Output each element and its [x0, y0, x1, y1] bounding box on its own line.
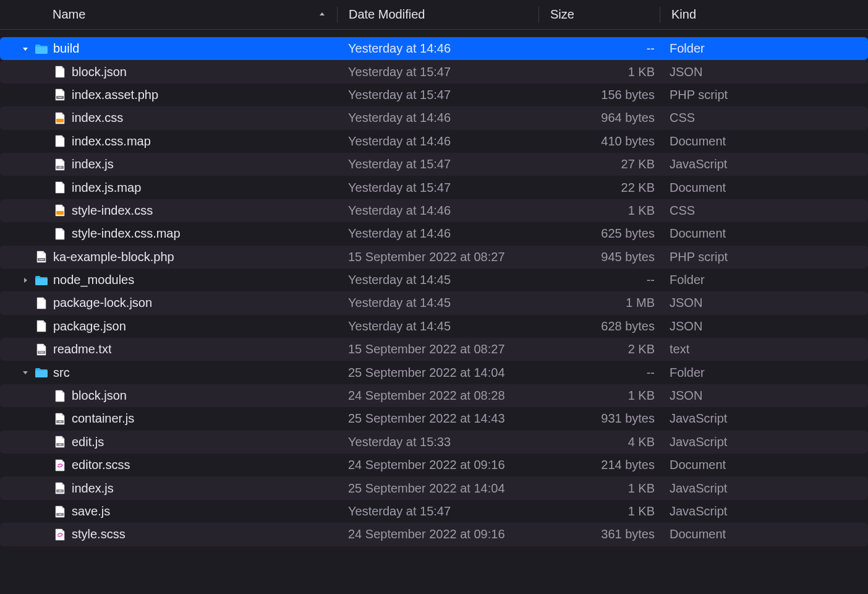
file-kind: JSON	[658, 389, 857, 403]
file-row[interactable]: style.scss24 September 2022 at 09:16361 …	[0, 523, 868, 546]
file-kind: JavaScript	[658, 411, 857, 426]
file-row[interactable]: JScontainer.js25 September 2022 at 14:43…	[0, 407, 868, 430]
folder-icon	[35, 42, 48, 56]
file-size: 1 KB	[538, 389, 658, 403]
file-date: Yesterday at 15:47	[337, 88, 538, 102]
file-date: Yesterday at 14:45	[337, 319, 538, 334]
file-row[interactable]: index.cssYesterday at 14:46964 bytesCSS	[0, 106, 868, 129]
file-row[interactable]: editor.scss24 September 2022 at 09:16214…	[0, 454, 868, 476]
file-row-name-cell: index.js.map	[11, 181, 337, 195]
file-kind: text	[658, 342, 857, 356]
file-icon	[35, 319, 48, 333]
file-date: 24 September 2022 at 09:16	[337, 527, 538, 541]
column-header-size[interactable]: Size	[539, 0, 660, 29]
file-row-name-cell: block.json	[11, 65, 337, 79]
column-header: Name Date Modified Size Kind	[0, 0, 868, 30]
disclosure-down-icon[interactable]	[21, 369, 30, 376]
file-row[interactable]: block.json24 September 2022 at 08:281 KB…	[0, 384, 868, 407]
file-kind: Document	[658, 527, 857, 541]
column-header-date[interactable]: Date Modified	[338, 0, 538, 29]
file-size: 214 bytes	[538, 458, 658, 472]
file-kind: JSON	[658, 319, 857, 334]
file-kind: Folder	[658, 366, 857, 380]
file-name: index.js.map	[72, 181, 141, 195]
file-row-name-cell: package.json	[11, 319, 337, 334]
file-list: buildYesterday at 14:46--Folderblock.jso…	[0, 30, 868, 546]
file-date: Yesterday at 14:45	[337, 273, 538, 287]
file-row[interactable]: TXTreadme.txt15 September 2022 at 08:272…	[0, 338, 868, 361]
file-date: Yesterday at 15:47	[337, 157, 538, 171]
file-icon	[35, 296, 48, 310]
file-date: Yesterday at 15:33	[337, 435, 538, 449]
file-row[interactable]: node_modulesYesterday at 14:45--Folder	[0, 269, 868, 291]
file-row[interactable]: package-lock.jsonYesterday at 14:451 MBJ…	[0, 291, 868, 314]
file-row-name-cell: TXTreadme.txt	[11, 342, 337, 356]
file-name: index.css.map	[72, 134, 151, 148]
file-row-name-cell: index.css.map	[11, 134, 337, 148]
file-date: 15 September 2022 at 08:27	[337, 250, 538, 264]
file-kind: JavaScript	[658, 481, 857, 496]
file-row-name-cell: editor.scss	[11, 458, 337, 472]
file-date: 25 September 2022 at 14:43	[337, 411, 538, 426]
file-row[interactable]: block.jsonYesterday at 15:471 KBJSON	[0, 60, 868, 83]
folder-icon	[35, 273, 48, 287]
column-header-name[interactable]: Name	[0, 0, 337, 29]
file-kind: JSON	[658, 65, 857, 79]
file-size: 625 bytes	[538, 226, 658, 241]
file-row[interactable]: PHPka-example-block.php15 September 2022…	[0, 246, 868, 269]
file-row[interactable]: JSindex.js25 September 2022 at 14:041 KB…	[0, 476, 868, 499]
file-row[interactable]: JSedit.jsYesterday at 15:334 KBJavaScrip…	[0, 431, 868, 454]
file-size: 628 bytes	[538, 319, 658, 334]
svg-text:JS: JS	[59, 489, 62, 493]
file-size: 156 bytes	[538, 88, 658, 102]
sort-ascending-icon	[318, 9, 326, 20]
file-name: save.js	[72, 504, 110, 519]
file-name: src	[53, 366, 70, 380]
disclosure-right-icon[interactable]	[21, 277, 30, 283]
file-kind: Document	[658, 458, 857, 472]
file-date: Yesterday at 14:46	[337, 226, 538, 241]
file-row-name-cell: index.css	[11, 111, 337, 125]
file-size: 1 KB	[538, 204, 658, 218]
svg-text:PHP: PHP	[39, 258, 45, 261]
file-row-name-cell: node_modules	[11, 273, 337, 287]
file-size: --	[538, 41, 658, 56]
file-date: Yesterday at 15:47	[337, 504, 538, 519]
file-row[interactable]: style-index.css.mapYesterday at 14:46625…	[0, 222, 868, 245]
file-icon: JS	[53, 435, 67, 449]
file-size: 22 KB	[538, 181, 658, 195]
file-name: style-index.css.map	[72, 226, 181, 241]
file-row[interactable]: index.js.mapYesterday at 15:4722 KBDocum…	[0, 176, 868, 199]
file-row[interactable]: PHPindex.asset.phpYesterday at 15:47156 …	[0, 84, 868, 106]
svg-text:TXT: TXT	[39, 351, 44, 354]
file-kind: JavaScript	[658, 157, 857, 171]
file-kind: PHP script	[658, 88, 857, 102]
file-kind: JavaScript	[658, 435, 857, 449]
svg-rect-2	[56, 119, 64, 123]
file-row[interactable]: JSindex.jsYesterday at 15:4727 KBJavaScr…	[0, 153, 868, 176]
file-icon: PHP	[35, 250, 48, 264]
file-row[interactable]: JSsave.jsYesterday at 15:471 KBJavaScrip…	[0, 500, 868, 523]
file-row-name-cell: style.scss	[11, 527, 337, 541]
file-date: Yesterday at 14:46	[337, 111, 538, 125]
file-row[interactable]: style-index.cssYesterday at 14:461 KBCSS	[0, 199, 868, 222]
file-icon	[53, 134, 67, 148]
file-row[interactable]: package.jsonYesterday at 14:45628 bytesJ…	[0, 315, 868, 338]
file-kind: Folder	[658, 273, 857, 287]
file-date: 25 September 2022 at 14:04	[337, 366, 538, 380]
file-date: 24 September 2022 at 09:16	[337, 458, 538, 472]
file-size: 1 KB	[538, 481, 658, 496]
disclosure-down-icon[interactable]	[21, 46, 30, 52]
file-row-name-cell: block.json	[11, 389, 337, 403]
file-icon: JS	[53, 505, 67, 519]
file-row[interactable]: index.css.mapYesterday at 14:46410 bytes…	[0, 130, 868, 153]
column-header-kind[interactable]: Kind	[660, 0, 868, 29]
file-icon	[53, 227, 67, 241]
file-kind: JSON	[658, 296, 857, 310]
file-name: index.asset.php	[72, 88, 158, 102]
file-size: --	[538, 366, 658, 380]
file-row-name-cell: style-index.css.map	[11, 226, 337, 241]
file-row[interactable]: buildYesterday at 14:46--Folder	[0, 37, 868, 60]
column-header-date-label: Date Modified	[349, 7, 425, 22]
file-row[interactable]: src25 September 2022 at 14:04--Folder	[0, 361, 868, 384]
